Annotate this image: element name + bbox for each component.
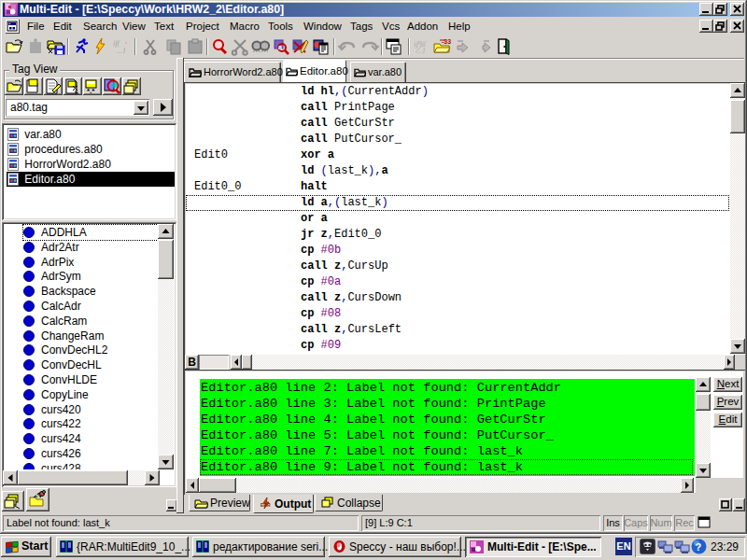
svg-text:*.*: *.*: [87, 87, 95, 95]
svg-text:-33: -33: [442, 38, 451, 45]
svg-text:?: ?: [696, 541, 702, 553]
svg-text:...}: ...}: [416, 47, 426, 55]
svg-text:...}: ...}: [117, 47, 126, 55]
svg-text:a: a: [278, 44, 282, 50]
svg-text:ERR: ERR: [261, 502, 271, 508]
